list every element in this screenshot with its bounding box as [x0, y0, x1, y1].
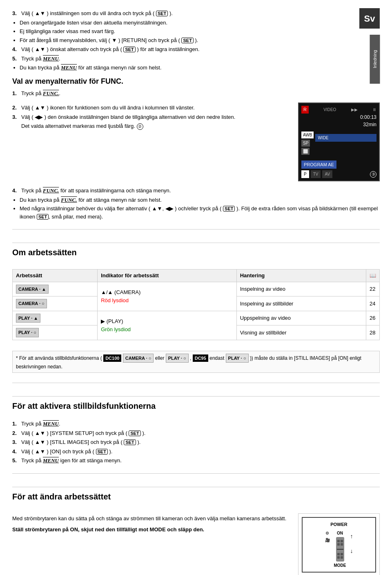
bullet-3: För att återgå till menyvalsbilden, välj…	[20, 36, 347, 45]
func-steps-text: 2. Välj ( ▲▼ ) ikonen för funktionen som…	[12, 103, 292, 131]
func-step-4-text: Tryck på FUNC. för att spara inställning…	[21, 187, 171, 195]
step-5-note: Du kan trycka på MENU för att stänga men…	[20, 64, 347, 72]
col-header-pageref: 📖	[366, 270, 380, 282]
handling-video: Inspelning av video	[236, 282, 366, 296]
change-text: Med strömbrytaren kan du sätta på och st…	[12, 513, 290, 575]
switch-icon-col: ⚙ 🎥	[325, 530, 330, 543]
func-heading: Val av menyalternativ för FUNC.	[12, 76, 347, 87]
power-label: POWER	[330, 521, 347, 528]
indicator-play: ▶ (PLAY) Grön lysdiod	[98, 311, 237, 340]
camera-screen-bottom: P TV AV ③	[301, 170, 376, 178]
act-step-2-text: Välj ( ▲▼ ) [SYSTEM SETUP] och tryck på …	[21, 429, 145, 437]
tab-tv: TV	[311, 170, 321, 178]
func-step-1-num: 1.	[12, 89, 19, 98]
video-cam-icon: 🎥	[325, 537, 330, 543]
pause-icon: ⏸	[372, 107, 376, 113]
bullet-2: Ej tillgängliga rader visas med svart fä…	[20, 27, 347, 36]
arrow-down-indicator: ↓	[350, 547, 353, 555]
func-step-1-text: Tryck på FUNC..	[21, 89, 60, 98]
camera-screen-wrapper: R VIDEO ▶▶ ⏸ 0:00:13 32min AWB SP	[298, 103, 380, 181]
play-indicator-text: ▶ (PLAY)	[101, 317, 233, 325]
func-step-2-text: Välj ( ▲▼ ) ikonen för funktionen som du…	[21, 104, 195, 112]
func-step-3: 3. Välj ( ◀▶ ) den önskade inställningen…	[12, 113, 292, 121]
camera-screen-top: R VIDEO ▶▶ ⏸	[301, 106, 376, 114]
pageref-22: 22	[366, 282, 380, 296]
func-step-2-num: 2.	[12, 104, 19, 112]
sv-badge: Sv	[359, 8, 380, 29]
camera-icons-col: AWB SP ⬜	[301, 131, 314, 155]
play-led-text: Grön lysdiod	[101, 325, 233, 334]
sp-row: SP	[301, 140, 314, 147]
switch-area: ⚙ 🎥 ON	[325, 530, 353, 568]
step-4-item: 4. Välj ( ▲▼ ) önskat alternativ och try…	[12, 45, 347, 53]
func-step-3-num: 3.	[12, 113, 19, 121]
side-badge: Sv Inledning	[355, 8, 380, 98]
on-label: ON	[337, 530, 343, 536]
dot8	[341, 556, 343, 559]
step-3-text: Välj ( ▲▼ ) inställningen som du vill än…	[21, 9, 173, 18]
r-label: R	[301, 106, 309, 114]
change-text-1: Med strömbrytaren kan du sätta på och st…	[12, 515, 290, 523]
camera-indicator-text: ▲/▲ (CAMERA)	[101, 288, 233, 296]
indicator-camera: ▲/▲ (CAMERA) Röd lysdiod	[98, 282, 237, 311]
activate-step-3: 3. Välj ( ▲▼ ) [STILL IMAGES] och tryck …	[12, 438, 380, 446]
page-container: 3. Välj ( ▲▼ ) inställningen som du vill…	[12, 8, 380, 575]
change-text-2: Ställ strömbrytaren på ON, skjut ned den…	[12, 526, 290, 534]
work-table-body: CAMERA · ▲ ▲/▲ (CAMERA) Röd lysdiod Insp…	[13, 282, 380, 340]
camera-screen-right: WIDE	[315, 130, 376, 155]
arrow-up-indicator: ↑	[350, 532, 353, 541]
play-still-badge: PLAY · ○	[16, 328, 39, 337]
work-table: Arbetssätt Indikator för arbetssätt Hant…	[12, 269, 380, 340]
dot4	[341, 543, 343, 546]
mode-camera-still: CAMERA · ○	[13, 296, 98, 311]
footnote: * För att använda stillbildsfunktionerna…	[12, 351, 380, 373]
sp-icon: SP	[301, 140, 310, 147]
divider-1	[12, 229, 380, 230]
activate-heading: För att aktivera stillbildsfunktionerna	[12, 396, 380, 412]
dot5	[337, 553, 340, 555]
power-diagram: POWER ⚙ 🎥 ON	[298, 513, 380, 575]
switch-arrows: ↑ ↓	[350, 530, 353, 555]
bullet-1: Den orangefärgade listen visar den aktue…	[20, 19, 347, 27]
footnote-play-still: PLAY · ○	[166, 354, 189, 363]
camera-screen-timer: 0:00:13 32min	[301, 114, 376, 128]
play-video-badge: PLAY · ▲	[16, 314, 40, 323]
wide-label: WIDE	[315, 134, 376, 142]
circle-3-screen: ③	[370, 171, 376, 178]
switch-dots-top	[337, 540, 343, 546]
func-step-3-note: Det valda alternativet markeras med ljus…	[21, 122, 292, 130]
step-5-item: 5. Tryck på MENU.	[12, 55, 347, 63]
power-diagram-inner: POWER ⚙ 🎥 ON	[302, 517, 376, 573]
func-bullet-5: Med några inställningar behöver du välja…	[20, 205, 380, 221]
col-header-mode: Arbetssätt	[13, 270, 98, 282]
dot2	[341, 540, 343, 542]
top-section: 3. Välj ( ▲▼ ) inställningen som du vill…	[12, 8, 380, 98]
handling-still: Inspelning av stillbilder	[236, 296, 366, 311]
program-ae-area: PROGRAM AE	[301, 157, 376, 169]
step-5-text: Tryck på MENU.	[21, 55, 60, 63]
tab-av: AV	[322, 170, 332, 178]
camera-screen: R VIDEO ▶▶ ⏸ 0:00:13 32min AWB SP	[298, 103, 380, 181]
dc100-badge: DC100	[103, 354, 121, 362]
dot7	[337, 556, 340, 559]
act-step-3-num: 3.	[12, 438, 19, 446]
activate-step-1: 1. Tryck på MENU.	[12, 420, 380, 428]
table-row: CAMERA · ▲ ▲/▲ (CAMERA) Röd lysdiod Insp…	[13, 282, 380, 296]
circle-2: ②	[137, 123, 143, 130]
mode-camera-video: CAMERA · ▲	[13, 282, 98, 296]
func-bullet-4: Du kan trycka på FUNC. för att stänga me…	[20, 196, 380, 204]
act-step-1-num: 1.	[12, 420, 19, 428]
video-icon: ▶▶	[351, 107, 358, 113]
mode-label: MODE	[334, 562, 346, 568]
func-step-3-text: Välj ( ◀▶ ) den önskade inställningen bl…	[21, 113, 235, 121]
func-step-1: 1. Tryck på FUNC..	[12, 89, 347, 98]
step-3-num: 3.	[12, 9, 19, 18]
switch-dots-bottom	[337, 553, 343, 559]
pageref-28: 28	[366, 325, 380, 340]
work-table-head: Arbetssätt Indikator för arbetssätt Hant…	[13, 270, 380, 282]
divider-2	[12, 383, 380, 383]
step-4-num: 4.	[12, 45, 19, 53]
mode-play-video: PLAY · ▲	[13, 311, 98, 325]
step-5-note-text: Du kan trycka på MENU för att stänga men…	[20, 64, 347, 72]
video-label: VIDEO	[323, 107, 336, 113]
